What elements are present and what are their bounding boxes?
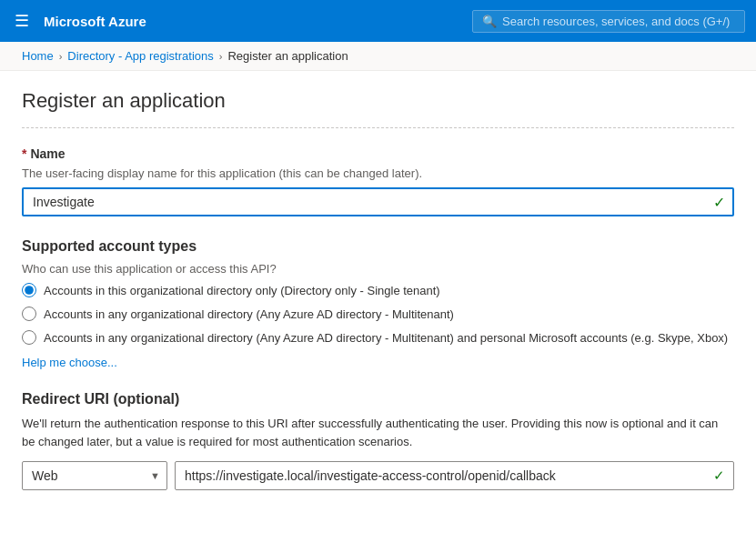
account-types-section: Supported account types Who can use this… (22, 238, 734, 369)
breadcrumb-current: Register an application (227, 49, 348, 63)
name-label: * Name (22, 146, 734, 161)
redirect-uri-row: Web SPA Public client/native ▼ ✓ (22, 461, 734, 490)
radio-item-3[interactable]: Accounts in any organizational directory… (22, 330, 734, 345)
topbar: ☰ Microsoft Azure 🔍 Search resources, se… (0, 0, 756, 42)
redirect-uri-input[interactable] (175, 461, 734, 490)
radio-input-3[interactable] (22, 330, 36, 345)
search-icon: 🔍 (482, 15, 497, 28)
redirect-type-select-wrapper: Web SPA Public client/native ▼ (22, 461, 167, 490)
main-content: Register an application * Name The user-… (0, 71, 756, 530)
breadcrumb-section[interactable]: Directory - App registrations (67, 49, 213, 63)
page-title: Register an application (22, 89, 734, 113)
radio-label-2: Accounts in any organizational directory… (44, 307, 454, 321)
redirect-uri-input-wrapper: ✓ (175, 461, 734, 490)
search-placeholder: Search resources, services, and docs (G+… (502, 15, 730, 28)
name-checkmark: ✓ (713, 194, 725, 211)
breadcrumb-home[interactable]: Home (22, 49, 54, 63)
radio-label-1: Accounts in this organizational director… (44, 284, 440, 297)
uri-checkmark: ✓ (713, 468, 725, 484)
account-types-radio-group: Accounts in this organizational director… (22, 283, 734, 345)
radio-input-1[interactable] (22, 283, 36, 297)
breadcrumb: Home › Directory - App registrations › R… (0, 42, 756, 71)
breadcrumb-separator-1: › (59, 51, 63, 62)
account-types-description: Who can use this application or access t… (22, 262, 734, 276)
divider (22, 127, 734, 128)
radio-item-2[interactable]: Accounts in any organizational directory… (22, 307, 734, 321)
redirect-uri-title: Redirect URI (optional) (22, 391, 734, 407)
name-input-wrapper: ✓ (22, 187, 734, 216)
name-input[interactable] (22, 187, 734, 216)
radio-label-3: Accounts in any organizational directory… (44, 331, 728, 345)
name-description: The user-facing display name for this ap… (22, 166, 734, 180)
radio-item-1[interactable]: Accounts in this organizational director… (22, 283, 734, 297)
redirect-type-select[interactable]: Web SPA Public client/native (22, 461, 167, 490)
app-title: Microsoft Azure (44, 14, 461, 29)
name-label-text: Name (30, 146, 65, 161)
help-me-choose-link[interactable]: Help me choose... (22, 356, 117, 369)
breadcrumb-separator-2: › (219, 51, 223, 62)
redirect-uri-section: Redirect URI (optional) We'll return the… (22, 391, 734, 490)
global-search[interactable]: 🔍 Search resources, services, and docs (… (472, 10, 745, 33)
name-section: * Name The user-facing display name for … (22, 146, 734, 216)
required-star: * (22, 146, 26, 161)
radio-input-2[interactable] (22, 307, 36, 321)
redirect-uri-description: We'll return the authentication response… (22, 415, 734, 450)
hamburger-menu-icon[interactable]: ☰ (11, 7, 33, 35)
account-types-title: Supported account types (22, 238, 734, 255)
